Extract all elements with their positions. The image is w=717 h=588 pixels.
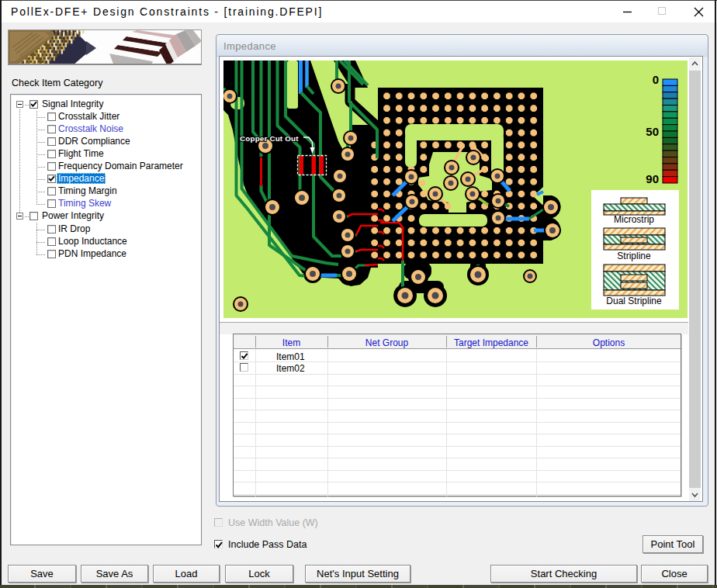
svg-text:Stripline: Stripline: [617, 251, 651, 261]
svg-text:90: 90: [646, 172, 659, 185]
svg-text:Dual Stripline: Dual Stripline: [606, 296, 662, 306]
svg-text:Microstrip: Microstrip: [614, 214, 654, 225]
svg-text:0: 0: [653, 73, 659, 86]
svg-text:Copper Cut Out: Copper Cut Out: [240, 134, 299, 143]
svg-text:50: 50: [646, 125, 659, 138]
